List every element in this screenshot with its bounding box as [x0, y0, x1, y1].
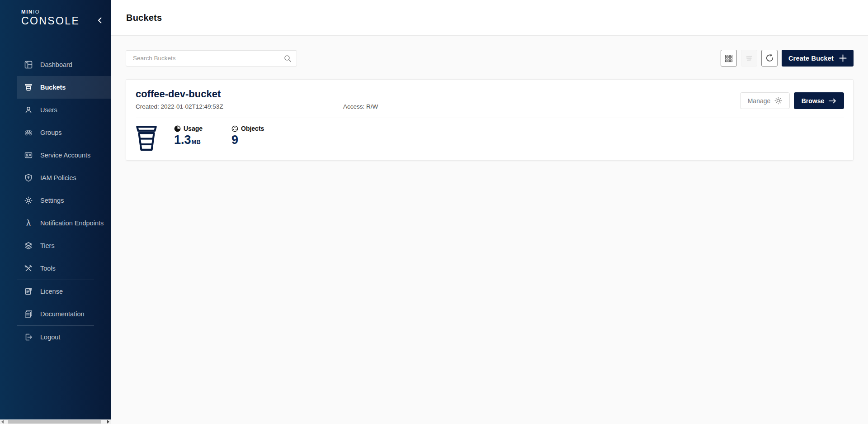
sidebar-item-label: Buckets: [40, 84, 66, 91]
bucket-card-actions: Manage Browse: [740, 92, 844, 109]
svg-text:λ: λ: [26, 219, 30, 227]
main-content: Buckets Create Bucket co: [111, 0, 868, 424]
logo-minio-wordmark: MINIO: [21, 9, 80, 14]
sidebar-item-label: Logout: [40, 333, 60, 341]
grid-view-button[interactable]: [721, 50, 737, 67]
tools-icon: [24, 264, 33, 273]
sidebar-item-label: Users: [40, 106, 57, 114]
search-box: [126, 50, 297, 67]
sidebar: MINIO CONSOLE Dashboard Buckets Users: [0, 0, 111, 424]
logout-icon: [24, 333, 33, 342]
usage-label: Usage: [184, 125, 203, 132]
sidebar-item-logout[interactable]: Logout: [17, 326, 111, 348]
scrollbar-right-arrow-icon[interactable]: [107, 420, 109, 424]
logo-console-wordmark: CONSOLE: [21, 15, 80, 27]
sidebar-item-label: Notification Endpoints: [40, 219, 104, 227]
refresh-icon: [765, 54, 774, 62]
bucket-card-stats: Usage 1.3MB Objects 9: [126, 118, 853, 151]
objects-label-row: Objects: [231, 125, 272, 132]
book-icon: [24, 310, 33, 319]
browse-label: Browse: [802, 97, 825, 105]
bucket-name-link[interactable]: coffee-dev-bucket: [136, 88, 221, 100]
id-card-icon: [24, 151, 33, 160]
bucket-icon: [136, 125, 157, 151]
objects-label: Objects: [241, 125, 264, 132]
scrollbar-thumb[interactable]: [8, 420, 101, 424]
sidebar-item-notification-endpoints[interactable]: λ Notification Endpoints: [17, 212, 111, 234]
arrow-right-icon: [829, 98, 836, 104]
objects-icon: [231, 125, 238, 132]
usage-metric: Usage 1.3MB: [174, 125, 215, 147]
bucket-meta-row: Created: 2022-01-02T12:49:53Z Access: R/…: [136, 103, 844, 111]
layers-icon: [24, 242, 33, 250]
sidebar-collapse-button[interactable]: [94, 15, 104, 25]
bucket-access-text: Access: R/W: [343, 103, 378, 110]
sidebar-item-settings[interactable]: Settings: [17, 189, 111, 212]
usage-value: 1.3MB: [174, 133, 215, 147]
sidebar-horizontal-scrollbar[interactable]: [0, 419, 111, 424]
search-input[interactable]: [126, 51, 297, 66]
shield-icon: [24, 174, 33, 182]
objects-metric: Objects 9: [231, 125, 272, 147]
gear-icon: [24, 196, 33, 205]
bucket-card-head: coffee-dev-bucket Created: 2022-01-02T12…: [126, 80, 853, 111]
manage-label: Manage: [748, 97, 771, 105]
sidebar-item-label: Dashboard: [40, 61, 72, 68]
bucket-created-text: Created: 2022-01-02T12:49:53Z: [136, 103, 223, 110]
toolbar-actions: Create Bucket: [721, 50, 854, 67]
sidebar-item-label: Tiers: [40, 242, 55, 249]
sidebar-item-iam-policies[interactable]: IAM Policies: [17, 167, 111, 189]
sidebar-menu: Dashboard Buckets Users Groups Service A…: [0, 53, 111, 348]
sidebar-item-label: Settings: [40, 197, 64, 204]
list-view-button[interactable]: [741, 50, 757, 67]
minio-console-logo: MINIO CONSOLE: [21, 9, 80, 27]
scrollbar-left-arrow-icon[interactable]: [1, 420, 4, 424]
manage-button[interactable]: Manage: [740, 92, 790, 109]
license-icon: [24, 287, 33, 296]
usage-unit: MB: [192, 138, 201, 145]
sidebar-item-documentation[interactable]: Documentation: [17, 303, 111, 325]
sidebar-item-license[interactable]: License: [17, 280, 111, 303]
buckets-toolbar: Create Bucket: [126, 50, 854, 67]
sidebar-item-label: Groups: [40, 129, 62, 136]
browse-button[interactable]: Browse: [794, 92, 844, 109]
search-icon: [284, 55, 292, 64]
user-icon: [24, 106, 33, 114]
plus-icon: [839, 54, 847, 62]
sidebar-item-label: License: [40, 288, 63, 295]
sidebar-item-label: IAM Policies: [40, 174, 76, 181]
sidebar-item-buckets[interactable]: Buckets: [17, 76, 111, 99]
list-view-icon: [745, 54, 753, 62]
sidebar-item-label: Tools: [40, 265, 56, 272]
page-header: Buckets: [111, 0, 868, 36]
usage-label-row: Usage: [174, 125, 215, 132]
create-bucket-button[interactable]: Create Bucket: [782, 50, 854, 67]
sidebar-item-dashboard[interactable]: Dashboard: [17, 53, 111, 76]
create-bucket-label: Create Bucket: [788, 55, 834, 62]
sidebar-item-tools[interactable]: Tools: [17, 257, 111, 280]
sidebar-item-groups[interactable]: Groups: [17, 121, 111, 144]
usage-pie-icon: [174, 125, 181, 132]
lambda-icon: λ: [24, 219, 33, 228]
sidebar-item-users[interactable]: Users: [17, 99, 111, 121]
objects-value: 9: [231, 133, 272, 147]
gear-icon: [774, 97, 782, 105]
sidebar-item-tiers[interactable]: Tiers: [17, 234, 111, 257]
sidebar-item-label: Service Accounts: [40, 152, 90, 159]
sidebar-item-service-accounts[interactable]: Service Accounts: [17, 144, 111, 167]
sidebar-item-label: Documentation: [40, 310, 85, 318]
groups-icon: [24, 129, 33, 137]
refresh-button[interactable]: [761, 50, 778, 67]
bucket-card: coffee-dev-bucket Created: 2022-01-02T12…: [126, 79, 854, 161]
bucket-icon: [24, 83, 33, 92]
dashboard-icon: [24, 61, 33, 69]
chevron-left-icon: [98, 17, 102, 24]
page-title: Buckets: [126, 13, 162, 23]
grid-view-icon: [725, 54, 733, 62]
